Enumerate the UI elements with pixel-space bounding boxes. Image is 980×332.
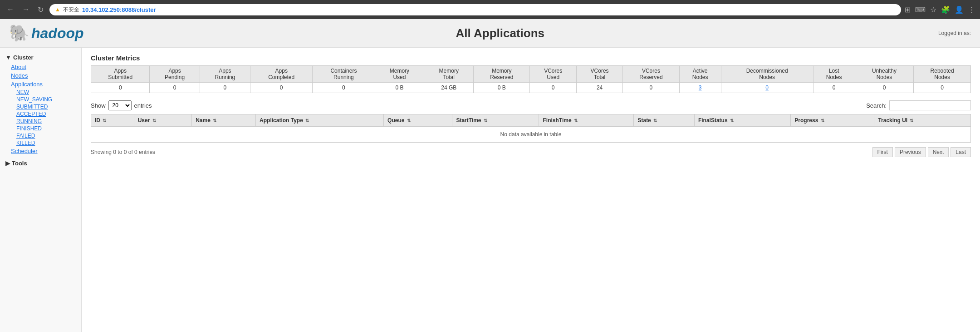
apps-col-finish-time[interactable]: FinishTime ⇅ (539, 114, 634, 127)
state-sort-icon: ⇅ (653, 118, 657, 123)
progress-sort-icon: ⇅ (821, 118, 824, 123)
show-label: Show (91, 102, 106, 109)
metrics-val-apps-completed: 0 (250, 83, 313, 93)
show-entries: Show 10 20 25 50 100 entries (91, 100, 152, 110)
content-area: Cluster Metrics AppsSubmitted AppsPendin… (82, 48, 980, 332)
pagination-buttons: First Previous Next Last (872, 147, 971, 157)
next-button[interactable]: Next (928, 147, 949, 157)
extensions-icon[interactable]: 🧩 (941, 5, 950, 14)
cluster-label: Cluster (13, 54, 34, 61)
logo-text: hadoop (31, 25, 84, 42)
page-header: 🐘 hadoop All Applications Logged in as: (0, 19, 980, 48)
menu-icon[interactable]: ⋮ (968, 5, 975, 14)
logged-in-text: Logged in as: (916, 30, 971, 36)
metrics-col-lost-nodes: LostNodes (813, 66, 855, 83)
browser-chrome: ← → ↻ ▲ 不安全 10.34.102.250:8088/cluster ⊞… (0, 0, 980, 19)
metrics-col-unhealthy-nodes: UnhealthyNodes (855, 66, 914, 83)
metrics-val-memory-used: 0 B (375, 83, 424, 93)
reload-button[interactable]: ↻ (35, 5, 46, 15)
metrics-section-title: Cluster Metrics (91, 54, 971, 62)
apps-col-application-type[interactable]: Application Type ⇅ (256, 114, 384, 127)
address-bar[interactable]: ▲ 不安全 10.34.102.250:8088/cluster (49, 4, 901, 15)
metrics-col-memory-total: MemoryTotal (424, 66, 474, 83)
apps-col-progress[interactable]: Progress ⇅ (791, 114, 874, 127)
sidebar-item-scheduler[interactable]: Scheduler (0, 147, 81, 155)
search-input[interactable] (889, 100, 971, 110)
apps-col-final-status[interactable]: FinalStatus ⇅ (694, 114, 790, 127)
translate-icon[interactable]: ⌨ (915, 5, 926, 14)
apps-col-name[interactable]: Name ⇅ (192, 114, 256, 127)
type-sort-icon: ⇅ (305, 118, 309, 123)
user-sort-icon: ⇅ (152, 118, 156, 123)
metrics-val-apps-submitted: 0 (91, 83, 150, 93)
apps-table: ID ⇅ User ⇅ Name ⇅ Application Type ⇅ Qu… (91, 114, 971, 143)
cluster-arrow-icon: ▼ (5, 54, 11, 61)
metrics-val-active-nodes[interactable]: 3 (679, 83, 721, 93)
entries-select[interactable]: 10 20 25 50 100 (108, 100, 132, 110)
metrics-val-lost-nodes: 0 (813, 83, 855, 93)
pagination-footer: Showing 0 to 0 of 0 entries First Previo… (91, 145, 971, 159)
metrics-col-apps-running: AppsRunning (200, 66, 250, 83)
tools-section-title[interactable]: ▶ Tools (0, 158, 81, 168)
bookmark-icon[interactable]: ☆ (930, 5, 936, 14)
metrics-val-vcores-used: 0 (530, 83, 576, 93)
apps-col-id[interactable]: ID ⇅ (91, 114, 134, 127)
metrics-col-memory-used: MemoryUsed (375, 66, 424, 83)
apps-col-start-time[interactable]: StartTime ⇅ (452, 114, 539, 127)
tools-arrow-icon: ▶ (5, 160, 10, 167)
sidebar-sub-submitted[interactable]: SUBMITTED (0, 103, 81, 110)
apps-col-tracking-ui[interactable]: Tracking UI ⇅ (874, 114, 971, 127)
security-warning-icon: ▲ (55, 6, 60, 13)
sidebar: ▼ Cluster About Nodes Applications NEW N… (0, 48, 82, 332)
back-button[interactable]: ← (5, 5, 16, 15)
metrics-col-memory-reserved: MemoryReserved (474, 66, 530, 83)
start-sort-icon: ⇅ (484, 118, 487, 123)
apps-col-state[interactable]: State ⇅ (634, 114, 694, 127)
metrics-col-apps-pending: AppsPending (150, 66, 200, 83)
no-data-message: No data available in table (91, 127, 971, 143)
sidebar-item-applications[interactable]: Applications (0, 80, 81, 89)
entries-label: entries (134, 102, 152, 109)
cluster-section-title[interactable]: ▼ Cluster (0, 52, 81, 63)
metrics-col-apps-submitted: AppsSubmitted (91, 66, 150, 83)
sidebar-item-nodes[interactable]: Nodes (0, 71, 81, 80)
metrics-val-decommissioned-nodes[interactable]: 0 (721, 83, 813, 93)
metrics-col-decommissioned-nodes: DecommissionedNodes (721, 66, 813, 83)
account-icon[interactable]: 👤 (955, 5, 964, 14)
main-layout: ▼ Cluster About Nodes Applications NEW N… (0, 48, 980, 332)
name-sort-icon: ⇅ (213, 118, 216, 123)
apps-col-user[interactable]: User ⇅ (134, 114, 192, 127)
sidebar-sub-killed[interactable]: KILLED (0, 139, 81, 147)
metrics-col-active-nodes: ActiveNodes (679, 66, 721, 83)
sidebar-sub-failed[interactable]: FAILED (0, 132, 81, 139)
metrics-col-vcores-used: VCoresUsed (530, 66, 576, 83)
showing-text: Showing 0 to 0 of 0 entries (91, 149, 155, 155)
sidebar-sub-running[interactable]: RUNNING (0, 118, 81, 125)
table-controls: Show 10 20 25 50 100 entries Search: (91, 100, 971, 110)
elephant-icon: 🐘 (9, 24, 29, 43)
forward-button[interactable]: → (20, 5, 32, 15)
first-button[interactable]: First (872, 147, 893, 157)
sidebar-sub-accepted[interactable]: ACCEPTED (0, 110, 81, 118)
sidebar-sub-finished[interactable]: FINISHED (0, 125, 81, 132)
id-sort-icon: ⇅ (103, 118, 106, 123)
no-data-row: No data available in table (91, 127, 971, 143)
sidebar-item-about[interactable]: About (0, 63, 81, 71)
sidebar-sub-new-saving[interactable]: NEW_SAVING (0, 96, 81, 103)
apps-col-queue[interactable]: Queue ⇅ (384, 114, 452, 127)
metrics-val-memory-total: 24 GB (424, 83, 474, 93)
hadoop-logo: 🐘 hadoop (9, 24, 84, 43)
previous-button[interactable]: Previous (895, 147, 926, 157)
last-button[interactable]: Last (951, 147, 971, 157)
browser-right-icons: ⊞ ⌨ ☆ 🧩 👤 ⋮ (905, 5, 975, 14)
metrics-val-apps-running: 0 (200, 83, 250, 93)
metrics-val-apps-pending: 0 (150, 83, 200, 93)
metrics-val-vcores-total: 24 (576, 83, 622, 93)
search-box: Search: (866, 100, 971, 110)
metrics-col-containers-running: ContainersRunning (313, 66, 375, 83)
grid-icon[interactable]: ⊞ (905, 5, 911, 14)
search-label: Search: (866, 102, 887, 109)
sidebar-sub-new[interactable]: NEW (0, 89, 81, 96)
metrics-col-apps-completed: AppsCompleted (250, 66, 313, 83)
tools-section: ▶ Tools (0, 158, 81, 168)
